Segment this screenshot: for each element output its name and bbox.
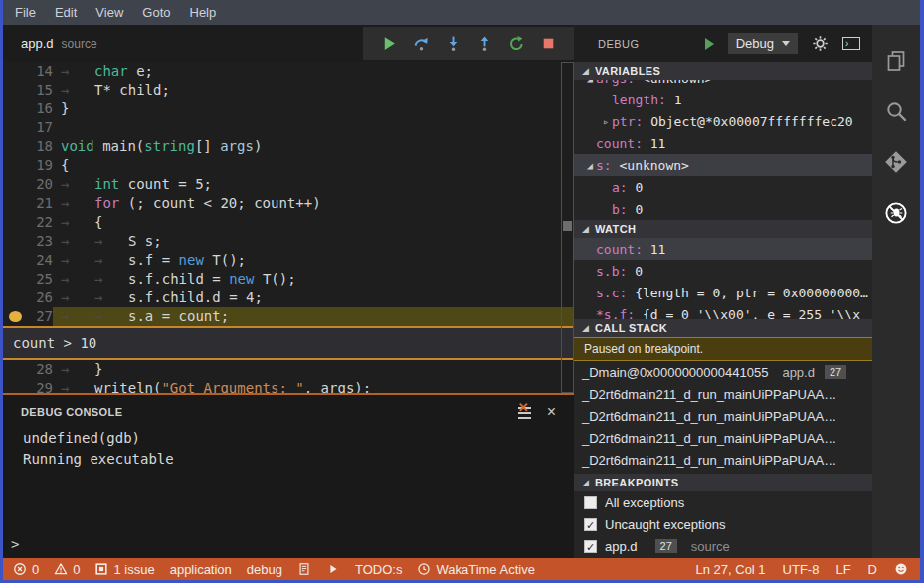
continue-button[interactable]: [380, 35, 398, 53]
code-line-20[interactable]: 20→int count = 5;: [3, 175, 574, 194]
breakpoint-gutter[interactable]: [3, 194, 29, 213]
step-over-button[interactable]: [412, 35, 430, 53]
status-file-indicator[interactable]: [297, 562, 311, 576]
code-line-21[interactable]: 21→for (; count < 20; count++): [3, 194, 574, 213]
checkbox-checked[interactable]: ✓: [584, 540, 597, 553]
breakpoint-item[interactable]: All exceptions: [574, 491, 872, 513]
gear-icon[interactable]: [812, 35, 829, 52]
debug-config-select[interactable]: Debug: [728, 33, 798, 54]
breakpoint-gutter[interactable]: [3, 232, 29, 251]
stack-frame[interactable]: _D2rt6dmain211_d_run_mainUiPPaPUAA…: [574, 427, 872, 449]
variable-row[interactable]: ◢args: <unknown>: [574, 80, 872, 89]
variable-row[interactable]: a: 0: [574, 176, 872, 198]
checkbox-checked[interactable]: ✓: [584, 518, 597, 531]
stack-frame[interactable]: _D2rt6dmain211_d_run_mainUiPPaPUAA…: [574, 405, 872, 427]
breakpoint-gutter[interactable]: [3, 307, 29, 326]
menu-view[interactable]: View: [92, 3, 126, 22]
watch-row[interactable]: count: 11: [574, 238, 872, 260]
status-project-application[interactable]: application: [170, 562, 232, 577]
status-cursor-position[interactable]: Ln 27, Col 1: [695, 562, 765, 577]
restart-button[interactable]: [507, 35, 525, 53]
menu-file[interactable]: File: [12, 3, 39, 22]
section-watch[interactable]: ◢ WATCH: [574, 220, 872, 238]
code-line-24[interactable]: 24→→s.f = new T();: [3, 251, 574, 270]
breakpoint-gutter[interactable]: [3, 175, 29, 194]
open-console-icon[interactable]: ›: [842, 37, 860, 50]
section-variables[interactable]: ◢ VARIABLES: [574, 62, 872, 80]
breakpoint-gutter[interactable]: [3, 99, 29, 118]
activity-debug-icon[interactable]: [872, 187, 920, 238]
breakpoint-gutter[interactable]: [3, 251, 29, 270]
status-feedback[interactable]: [894, 562, 908, 576]
breakpoint-condition-peek[interactable]: count > 10: [3, 326, 574, 360]
checkbox-unchecked[interactable]: [584, 496, 597, 509]
breakpoint-gutter[interactable]: [3, 81, 29, 99]
status-todos[interactable]: TODO:s: [355, 562, 402, 577]
variable-row[interactable]: ◢s: <unknown>: [574, 154, 872, 176]
breakpoint-gutter[interactable]: [3, 62, 29, 81]
variable-row[interactable]: b: 0: [574, 198, 872, 220]
stack-frame[interactable]: _D2rt6dmain211_d_run_mainUiPPaPUAA…: [574, 449, 872, 471]
code-line-23[interactable]: 23→→S s;: [3, 232, 574, 251]
code-line-18[interactable]: 18void main(string[] args): [3, 137, 574, 156]
breakpoint-gutter[interactable]: [3, 118, 29, 137]
code-line-16[interactable]: 16}: [3, 99, 574, 118]
watch-row[interactable]: s.c: {length = 0, ptr = 0x00000000…: [574, 282, 872, 303]
code-line-29[interactable]: 29→writeln("Got Arguments: ", args);: [3, 379, 574, 393]
breakpoint-item[interactable]: ✓app.d27source: [574, 535, 872, 557]
stack-frame[interactable]: _D2rt6dmain211_d_run_mainUiPPaPUAA…: [574, 383, 872, 405]
status-errors[interactable]: 0: [13, 562, 39, 577]
activity-explorer-icon[interactable]: [872, 35, 920, 86]
stop-button[interactable]: [539, 35, 557, 53]
code-line-17[interactable]: 17: [3, 118, 574, 137]
menu-goto[interactable]: Goto: [139, 3, 173, 22]
step-out-button[interactable]: [475, 35, 493, 53]
status-eol[interactable]: LF: [835, 562, 850, 577]
code-line-15[interactable]: 15→T* child;: [3, 81, 574, 99]
variable-row[interactable]: count: 11: [574, 132, 872, 154]
expanded-icon[interactable]: ◢: [584, 80, 596, 84]
scrollbar-thumb[interactable]: [563, 221, 572, 231]
menu-edit[interactable]: Edit: [52, 3, 80, 22]
code-line-19[interactable]: 19{: [3, 156, 574, 175]
activity-search-icon[interactable]: [872, 86, 920, 136]
status-encoding[interactable]: UTF-8: [783, 562, 820, 577]
status-wakatime[interactable]: WakaTime Active: [417, 562, 534, 577]
code-line-27[interactable]: 27→→s.a = count;: [3, 307, 574, 326]
breakpoint-icon[interactable]: [9, 311, 22, 322]
close-icon[interactable]: ×: [547, 405, 556, 419]
editor-scrollbar[interactable]: [561, 62, 574, 393]
section-call-stack[interactable]: ◢ CALL STACK: [574, 319, 872, 337]
clear-console-icon[interactable]: ✕: [513, 404, 531, 420]
variable-row[interactable]: ▹ptr: Object@*0x00007fffffffec20: [574, 110, 872, 132]
code-line-25[interactable]: 25→→s.f.child = new T();: [3, 270, 574, 289]
start-debug-icon[interactable]: [705, 38, 714, 50]
activity-source-control-icon[interactable]: [872, 136, 920, 187]
step-into-button[interactable]: [444, 35, 462, 53]
code-editor[interactable]: 14→char e;15→T* child;16}1718void main(s…: [3, 62, 574, 393]
breakpoint-gutter[interactable]: [3, 360, 29, 379]
code-line-26[interactable]: 26→→s.f.child.d = 4;: [3, 289, 574, 307]
code-line-22[interactable]: 22→{: [3, 213, 574, 232]
watch-row[interactable]: *s.f: {d = 0 '\\x00', e = 255 '\\x: [574, 303, 872, 319]
breakpoint-gutter[interactable]: [3, 137, 29, 156]
code-line-14[interactable]: 14→char e;: [3, 62, 574, 81]
breakpoint-gutter[interactable]: [3, 156, 29, 175]
status-language-mode[interactable]: D: [868, 562, 877, 577]
status-config-debug[interactable]: debug: [247, 562, 282, 577]
code-line-28[interactable]: 28→}: [3, 360, 574, 379]
status-issues[interactable]: 1 issue: [94, 562, 154, 577]
expanded-icon[interactable]: ◢: [584, 160, 596, 171]
breakpoint-gutter[interactable]: [3, 270, 29, 289]
status-run[interactable]: [326, 562, 340, 576]
console-prompt-input[interactable]: >: [11, 536, 19, 552]
breakpoint-gutter[interactable]: [3, 213, 29, 232]
section-breakpoints[interactable]: ◢ BREAKPOINTS: [574, 474, 872, 491]
stack-frame[interactable]: _Dmain@0x0000000000441055app.d27: [574, 361, 872, 383]
tab-app-d[interactable]: app.d source: [3, 36, 115, 51]
menu-help[interactable]: Help: [187, 3, 220, 22]
status-warnings[interactable]: 0: [54, 562, 80, 577]
variable-row[interactable]: length: 1: [574, 89, 872, 110]
collapsed-icon[interactable]: ▹: [600, 116, 612, 127]
breakpoint-gutter[interactable]: [3, 289, 29, 307]
